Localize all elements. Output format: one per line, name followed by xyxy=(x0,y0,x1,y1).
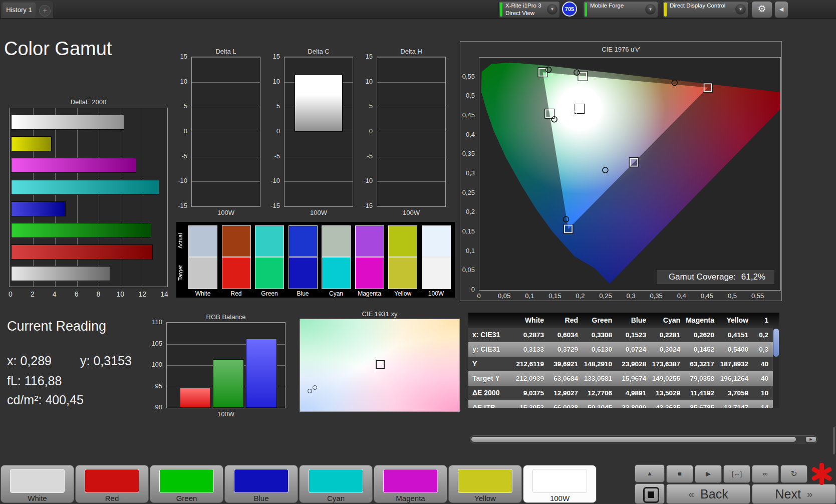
table-cell: 148,2910 xyxy=(582,357,616,371)
pattern-button-red[interactable]: Red xyxy=(75,465,149,503)
gear-icon[interactable]: ⚙ xyxy=(751,1,772,18)
pattern-window-button[interactable] xyxy=(635,483,665,504)
x-tick-label: 0,4 xyxy=(675,292,689,300)
next-label: Next xyxy=(775,487,800,501)
pattern-button-green[interactable]: Green xyxy=(150,465,223,503)
y-tick-label: -5 xyxy=(265,152,280,160)
back-button[interactable]: « Back xyxy=(666,484,750,504)
loop-button[interactable]: ∞ xyxy=(752,465,779,483)
scrollbar-thumb[interactable] xyxy=(773,329,779,357)
table-cell: 50,1045 xyxy=(582,400,616,408)
measurement-table: WhiteRedGreenBlueCyanMagentaYellow1x: CI… xyxy=(468,313,779,408)
table-cell: 3,7059 xyxy=(718,386,752,400)
gridline xyxy=(192,157,260,157)
delta-h-plot xyxy=(377,57,446,207)
collapse-panel-icon[interactable]: ◀ xyxy=(774,1,788,18)
column-header: Red xyxy=(547,313,582,328)
deltae2000-plot xyxy=(9,108,168,287)
chevron-down-icon[interactable]: ▼ xyxy=(645,4,656,15)
target-swatch xyxy=(355,257,384,289)
swatch-column-blue: Blue xyxy=(289,222,322,298)
swatch-column-yellow: Yellow xyxy=(388,222,421,298)
table-cell: 63,0684 xyxy=(547,371,582,386)
table-cell: 0,6034 xyxy=(547,328,582,342)
cie1931-title: CIE 1931 xy xyxy=(300,310,460,318)
gridline xyxy=(55,108,56,287)
pattern-button-yellow[interactable]: Yellow xyxy=(448,465,522,503)
stop-button[interactable]: ■ xyxy=(666,465,693,483)
add-tab-button[interactable]: + xyxy=(39,5,51,17)
tab-history-1[interactable]: History 1 xyxy=(3,3,36,18)
pattern-button-cyan[interactable]: Cyan xyxy=(299,465,373,503)
page-title: Color Gamut xyxy=(4,38,112,60)
bar-100w xyxy=(295,75,343,132)
pattern-button-white[interactable]: White xyxy=(1,465,74,503)
scroll-right-icon[interactable]: ▶ xyxy=(806,437,816,442)
y-tick-label: -15 xyxy=(265,202,280,209)
meter-status-bar xyxy=(500,3,502,17)
rgb-balance-ylabels: 1101051009590 xyxy=(148,322,164,408)
refresh-button[interactable]: ↻ xyxy=(780,465,807,483)
y-tick-label: 100 xyxy=(147,361,162,368)
table-horizontal-scrollbar[interactable]: ▶ xyxy=(470,435,817,443)
table-cell: 187,8932 xyxy=(718,357,752,371)
pattern-button-label: Blue xyxy=(225,494,298,502)
swatch-column-green: Green xyxy=(255,222,288,298)
column-header: Blue xyxy=(616,313,650,328)
chevron-down-icon[interactable]: ▼ xyxy=(547,4,558,15)
table-cell: 0,2281 xyxy=(650,328,684,342)
pattern-up-button[interactable]: ▲ xyxy=(635,464,665,482)
row-label: ΔE 2000 xyxy=(468,386,513,400)
source-dropdown[interactable]: Mobile Forge ▼ xyxy=(583,1,658,18)
actual-swatch xyxy=(289,225,318,257)
table-cell: 133,0581 xyxy=(582,371,616,386)
chevron-down-icon[interactable]: ▼ xyxy=(735,4,746,15)
play-button[interactable]: ▶ xyxy=(695,465,722,483)
pattern-button-100w[interactable]: 100W xyxy=(523,465,597,503)
table-cell: 12,7706 xyxy=(582,386,616,400)
gridline xyxy=(121,108,121,287)
step-button[interactable]: [↔] xyxy=(723,465,750,483)
table-cell: 212,6119 xyxy=(513,357,547,371)
meter-dropdown[interactable]: X-Rite i1Pro 3 Direct View ▼ xyxy=(498,1,560,18)
table-cell: 40 xyxy=(752,357,772,371)
table-vertical-scrollbar[interactable] xyxy=(773,328,779,408)
y-tick-label: -5 xyxy=(172,152,187,160)
gridline xyxy=(285,206,353,207)
gridline xyxy=(377,107,445,107)
delta-h-ylabels: 151050-5-10-15 xyxy=(359,57,375,207)
table-cell: 0,2 xyxy=(752,328,772,342)
pattern-button-magenta[interactable]: Magenta xyxy=(374,465,447,503)
table-cell: 0,2873 xyxy=(513,328,547,342)
y-tick-label: -15 xyxy=(358,202,373,209)
cie1976-ylabels: 0,550,50,450,40,350,30,250,20,150,10,050 xyxy=(460,57,477,291)
scrollbar-thumb[interactable] xyxy=(471,437,796,442)
x-tick-label: 0,15 xyxy=(548,292,562,300)
pattern-button-label: Yellow xyxy=(449,494,521,502)
meter-line1: X-Rite i1Pro 3 xyxy=(505,3,541,9)
table-cell: 12,9027 xyxy=(547,386,582,400)
cie1976-xlabels: 00,050,10,150,20,250,30,350,40,450,50,55 xyxy=(479,292,781,300)
table-cell: 0,6130 xyxy=(582,342,616,357)
table-cell: 149,0255 xyxy=(650,371,684,386)
y-tick-label: 5 xyxy=(265,102,280,110)
deltae2000-xlabels: 02468101214 xyxy=(9,290,168,299)
y-tick-label: -10 xyxy=(358,177,373,184)
pattern-button-label: Red xyxy=(76,494,148,502)
display-control-dropdown[interactable]: Direct Display Control ▼ xyxy=(663,1,748,18)
reading-x: x: 0,289 xyxy=(7,354,52,368)
next-button[interactable]: Next » xyxy=(752,484,836,504)
x-tick-label: 0 xyxy=(4,290,18,298)
x-tick-label: 6 xyxy=(70,290,84,298)
y-tick-label: 90 xyxy=(147,403,162,411)
rgb-balance-xlabel: 100W xyxy=(166,410,286,418)
y-tick-label: -5 xyxy=(358,152,373,160)
bar-cyan xyxy=(11,180,159,195)
reading-cdm2: cd/m²: 400,45 xyxy=(7,393,84,407)
x-tick-label: 0 xyxy=(472,292,486,300)
gridline xyxy=(192,82,260,83)
divider xyxy=(833,427,834,454)
x-tick-label: 2 xyxy=(26,290,40,298)
pattern-button-blue[interactable]: Blue xyxy=(224,465,298,503)
swatch-panel: Actual Target WhiteRedGreenBlueCyanMagen… xyxy=(176,222,455,298)
